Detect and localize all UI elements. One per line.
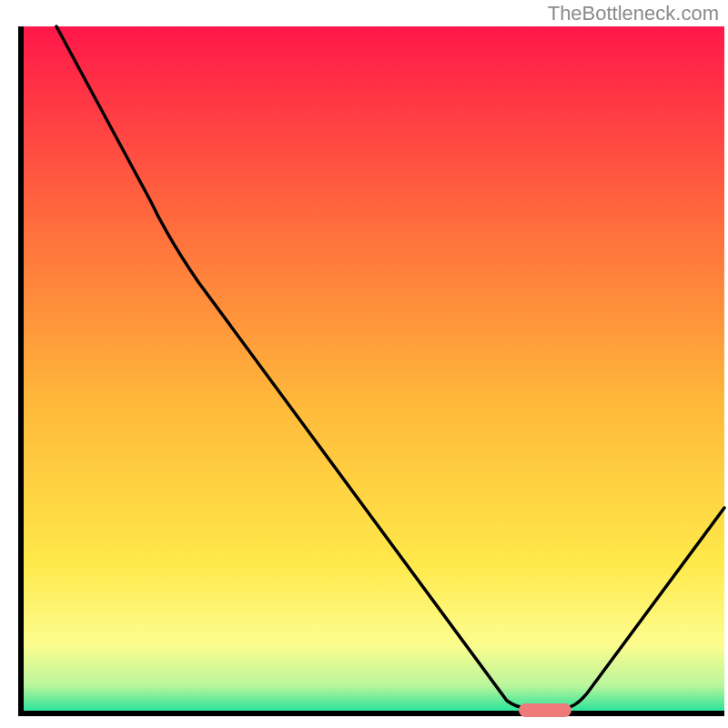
optimal-zone-marker	[519, 703, 571, 717]
bottleneck-chart	[0, 0, 728, 728]
watermark-text: TheBottleneck.com	[548, 2, 719, 25]
chart-container: TheBottleneck.com	[0, 0, 728, 728]
plot-background	[21, 26, 724, 713]
